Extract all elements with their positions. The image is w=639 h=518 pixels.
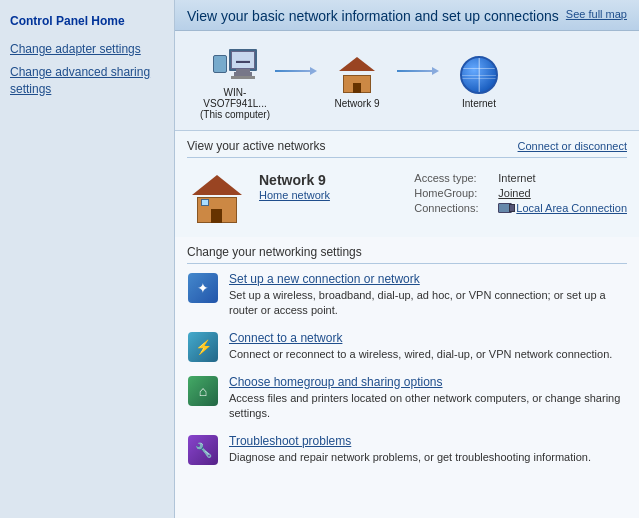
- settings-item-homegroup: ⌂ Choose homegroup and sharing options A…: [187, 375, 627, 422]
- connections-value-container: Local Area Connection: [498, 202, 627, 214]
- connect-text: Connect to a network Connect or reconnec…: [229, 331, 612, 362]
- connect-link[interactable]: Connect to a network: [229, 331, 612, 345]
- plus-icon: ✦: [197, 280, 209, 296]
- local-area-connection-link[interactable]: Local Area Connection: [516, 202, 627, 214]
- comp-icon-shape: ▬▬: [213, 49, 257, 79]
- network-card: Network 9 Home network Access type: Inte…: [187, 166, 627, 237]
- computer-label: WIN-VSO7F941L... (This computer): [195, 87, 275, 120]
- active-networks-header: View your active networks Connect or dis…: [187, 139, 627, 158]
- network-diagram: ▬▬ WIN-VSO7F941L... (This computer): [175, 31, 639, 131]
- wifi-icon: ⚡: [195, 339, 212, 355]
- house-large-window: [201, 199, 209, 206]
- new-connection-desc: Set up a wireless, broadband, dial-up, a…: [229, 289, 606, 316]
- diagram-computer: ▬▬ WIN-VSO7F941L... (This computer): [195, 41, 275, 120]
- network-card-icon: [187, 172, 247, 227]
- troubleshoot-icon-shape: 🔧: [188, 435, 218, 465]
- settings-item-connect: ⚡ Connect to a network Connect or reconn…: [187, 331, 627, 363]
- settings-section: Change your networking settings ✦ Set up…: [175, 237, 639, 486]
- house-icon-shape: [339, 57, 375, 93]
- network-house-icon: [334, 52, 380, 98]
- sidebar: Control Panel Home Change adapter settin…: [0, 0, 175, 518]
- new-connection-icon-shape: ✦: [188, 273, 218, 303]
- mini-card-icon: [213, 55, 227, 73]
- homegroup-value[interactable]: Joined: [498, 187, 530, 199]
- diagram-internet: Internet: [439, 52, 519, 109]
- connect-desc: Connect or reconnect to a wireless, wire…: [229, 348, 612, 360]
- network-label: Network 9: [334, 98, 379, 109]
- globe-icon-shape: [460, 56, 498, 94]
- homegroup-icon-shape: ⌂: [188, 376, 218, 406]
- house-roof: [339, 57, 375, 71]
- arrow1: [275, 67, 317, 75]
- diagram-network: Network 9: [317, 52, 397, 109]
- homegroup-text: Choose homegroup and sharing options Acc…: [229, 375, 627, 422]
- network-info: Network 9 Home network: [259, 172, 402, 227]
- homegroup-label: HomeGroup:: [414, 187, 494, 199]
- network-type-link[interactable]: Home network: [259, 189, 330, 201]
- globe-icon-box: [456, 52, 502, 98]
- new-connection-text: Set up a new connection or network Set u…: [229, 272, 627, 319]
- house-large-roof: [192, 175, 242, 195]
- house-door: [353, 83, 361, 93]
- network-adapter-icon: [498, 203, 512, 213]
- main-header: View your basic network information and …: [175, 0, 639, 31]
- troubleshoot-link[interactable]: Troubleshoot problems: [229, 434, 591, 448]
- homegroup-desc: Access files and printers located on oth…: [229, 392, 620, 419]
- access-type-label: Access type:: [414, 172, 494, 184]
- sidebar-link-advanced[interactable]: Change advanced sharing settings: [0, 61, 174, 101]
- homegroup-row: HomeGroup: Joined: [414, 187, 627, 199]
- access-type-value: Internet: [498, 172, 535, 184]
- settings-section-title: Change your networking settings: [187, 245, 627, 264]
- connect-icon-shape: ⚡: [188, 332, 218, 362]
- arrow2: [397, 67, 439, 75]
- homegroup-link[interactable]: Choose homegroup and sharing options: [229, 375, 627, 389]
- see-full-map-link[interactable]: See full map: [566, 8, 627, 20]
- new-connection-icon: ✦: [187, 272, 219, 304]
- active-networks-section: View your active networks Connect or dis…: [175, 131, 639, 237]
- connect-icon: ⚡: [187, 331, 219, 363]
- sidebar-link-adapter[interactable]: Change adapter settings: [0, 38, 174, 61]
- network-name: Network 9: [259, 172, 402, 188]
- internet-label: Internet: [462, 98, 496, 109]
- access-type-row: Access type: Internet: [414, 172, 627, 184]
- connections-row: Connections: Local Area Connection: [414, 202, 627, 214]
- page-title: View your basic network information and …: [187, 8, 559, 24]
- connections-label: Connections:: [414, 202, 494, 214]
- house-large-shape: [192, 175, 242, 225]
- active-networks-title: View your active networks: [187, 139, 326, 153]
- new-connection-link[interactable]: Set up a new connection or network: [229, 272, 627, 286]
- settings-item-new-connection: ✦ Set up a new connection or network Set…: [187, 272, 627, 319]
- troubleshoot-text: Troubleshoot problems Diagnose and repai…: [229, 434, 591, 465]
- wrench-icon: 🔧: [195, 442, 212, 458]
- troubleshoot-desc: Diagnose and repair network problems, or…: [229, 451, 591, 463]
- settings-item-troubleshoot: 🔧 Troubleshoot problems Diagnose and rep…: [187, 434, 627, 466]
- main-content: View your basic network information and …: [175, 0, 639, 518]
- troubleshoot-icon: 🔧: [187, 434, 219, 466]
- home-icon: ⌂: [199, 383, 207, 399]
- network-details: Access type: Internet HomeGroup: Joined …: [414, 172, 627, 227]
- connect-disconnect-link[interactable]: Connect or disconnect: [518, 140, 627, 152]
- sidebar-title: Control Panel Home: [0, 8, 174, 38]
- house-large-door: [211, 209, 222, 223]
- homegroup-icon: ⌂: [187, 375, 219, 407]
- mini-comp-icon: ▬▬: [229, 49, 257, 71]
- computer-icon: ▬▬: [212, 41, 258, 87]
